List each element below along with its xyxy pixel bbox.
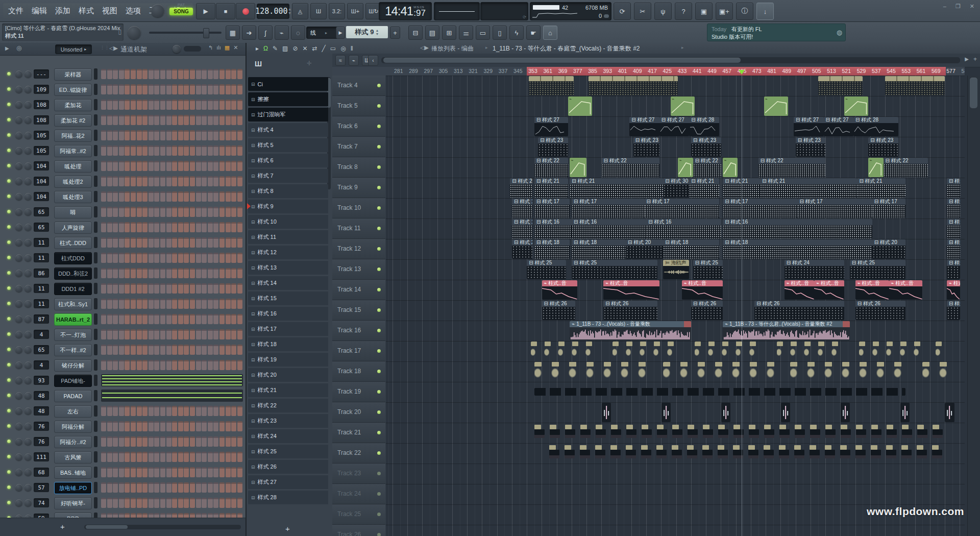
snap-selector[interactable]: 线▸: [306, 27, 338, 39]
step-cell[interactable]: [160, 191, 165, 202]
step-cell[interactable]: [131, 283, 136, 294]
step-cell[interactable]: [107, 161, 112, 171]
track-mute-led[interactable]: [377, 206, 381, 210]
step-cell[interactable]: [131, 436, 136, 447]
channel-target-badge[interactable]: 59: [34, 514, 49, 518]
step-cell[interactable]: [237, 207, 242, 217]
step-cell[interactable]: [131, 329, 136, 339]
step-cell[interactable]: [160, 237, 165, 248]
step-cell[interactable]: [107, 360, 112, 370]
playlist-clip[interactable]: ⊟ 样式 23: [633, 137, 659, 157]
step-cell[interactable]: [166, 268, 172, 278]
channel-pan-knob[interactable]: [15, 147, 22, 154]
step-cell[interactable]: [231, 100, 236, 110]
scroll-left-button[interactable]: ‹: [368, 55, 378, 66]
step-cell[interactable]: [172, 329, 177, 339]
step-cell[interactable]: [237, 345, 242, 355]
step-cell[interactable]: [190, 314, 195, 324]
step-cell[interactable]: [137, 406, 142, 416]
step-cell[interactable]: [178, 299, 183, 309]
step-cell[interactable]: [196, 115, 201, 125]
step-cell[interactable]: [131, 314, 136, 324]
channel-button[interactable]: 柱式和..Sy1: [54, 298, 92, 310]
step-cell[interactable]: [190, 436, 195, 447]
step-cell[interactable]: [119, 360, 124, 370]
step-cell[interactable]: [113, 130, 118, 140]
step-cell[interactable]: [208, 268, 213, 278]
step-cell[interactable]: [166, 207, 172, 217]
channel-button[interactable]: 好听钢琴-: [54, 497, 92, 509]
step-cell[interactable]: [101, 482, 106, 493]
step-cell[interactable]: [107, 283, 112, 294]
playlist-clip[interactable]: ⊟ 样式 17: [723, 199, 797, 218]
step-cell[interactable]: [154, 482, 159, 493]
step-cell[interactable]: [142, 268, 148, 278]
playlist-clip[interactable]: [531, 342, 600, 361]
add-channel-button[interactable]: +: [60, 522, 65, 531]
preview-icon[interactable]: ‖: [351, 45, 353, 52]
step-cell[interactable]: [208, 283, 213, 294]
step-cell[interactable]: [107, 329, 112, 339]
step-cell[interactable]: [231, 253, 236, 263]
step-cell[interactable]: [178, 360, 183, 370]
step-cell[interactable]: [190, 329, 195, 339]
step-cell[interactable]: [226, 283, 231, 294]
step-cell[interactable]: [142, 345, 148, 355]
step-cell[interactable]: [237, 452, 242, 462]
pattern-item[interactable]: ⊟样式 14: [248, 276, 328, 290]
step-cell[interactable]: [101, 513, 106, 518]
step-cell[interactable]: [231, 406, 236, 416]
step-cell[interactable]: [184, 191, 189, 202]
step-cell[interactable]: [172, 467, 177, 477]
add-pattern-button[interactable]: +: [390, 27, 400, 39]
track-mute-led[interactable]: [377, 533, 381, 536]
pattern-item[interactable]: ⊟样式 18: [248, 337, 328, 351]
channel-button[interactable]: 嘚: [54, 206, 92, 218]
graph-editor-icon[interactable]: ılı: [216, 44, 221, 51]
step-cell[interactable]: [226, 498, 231, 508]
channel-target-badge[interactable]: 74: [34, 498, 49, 507]
controller-icon[interactable]: ◌: [291, 26, 305, 40]
step-cell[interactable]: [119, 222, 124, 232]
channel-button[interactable]: ED..锯旋律: [54, 84, 92, 96]
step-cell[interactable]: [154, 360, 159, 370]
step-cell[interactable]: [213, 452, 218, 462]
step-cell[interactable]: [231, 115, 236, 125]
step-cell[interactable]: [113, 176, 118, 186]
step-cell[interactable]: [196, 436, 201, 447]
step-cell[interactable]: [166, 436, 172, 447]
download-icon[interactable]: ↓: [756, 3, 774, 20]
step-cell[interactable]: [202, 115, 207, 125]
step-cell[interactable]: [237, 69, 242, 79]
step-cell[interactable]: [131, 253, 136, 263]
step-cell[interactable]: [196, 207, 201, 217]
pattern-item[interactable]: ⊟样式 6: [248, 154, 328, 167]
channel-enable-led[interactable]: [7, 256, 11, 259]
step-cell[interactable]: [119, 345, 124, 355]
step-cell[interactable]: [196, 84, 201, 94]
step-cell[interactable]: [219, 268, 225, 278]
step-cell[interactable]: [213, 161, 218, 171]
channel-volume-knob[interactable]: [24, 224, 32, 231]
step-cell[interactable]: [119, 268, 124, 278]
rack-volume-knob[interactable]: [173, 45, 181, 53]
step-cell[interactable]: [190, 253, 195, 263]
channel-pan-knob[interactable]: [15, 438, 22, 445]
step-cell[interactable]: [166, 498, 172, 508]
step-cell[interactable]: [219, 176, 225, 186]
step-cell[interactable]: [131, 360, 136, 370]
step-cell[interactable]: [226, 421, 231, 431]
playlist-clip[interactable]: ⊟ 样式 26: [855, 301, 906, 320]
step-cell[interactable]: [237, 406, 242, 416]
playlist-subtitle[interactable]: 1_11B - 73 - 等什么君 - 春庭雪_(Vocals) - 音量乘数 …: [493, 44, 640, 53]
step-cell[interactable]: [107, 207, 112, 217]
step-cell[interactable]: [101, 498, 106, 508]
step-cell[interactable]: [196, 145, 201, 156]
step-cell[interactable]: [119, 452, 124, 462]
pattern-item[interactable]: ⊟样式 24: [248, 429, 328, 443]
playlist-clip[interactable]: [790, 362, 910, 381]
step-cell[interactable]: [131, 421, 136, 431]
step-cell[interactable]: [231, 329, 236, 339]
pattern-item[interactable]: ⊟样式 13: [248, 261, 328, 275]
track-header[interactable]: Track 10: [332, 198, 385, 218]
